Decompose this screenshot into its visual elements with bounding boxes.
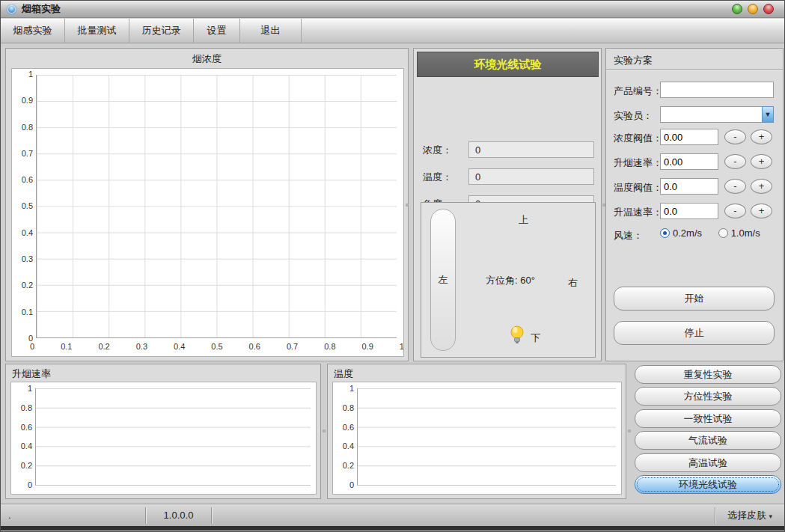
- plan-panel-title: 实验方案: [614, 54, 653, 67]
- window-close-button[interactable]: [763, 4, 774, 14]
- azimuth-panel: 左 上 方位角: 60° 右 下: [421, 202, 596, 358]
- concentration-value: 0: [468, 141, 594, 158]
- plan-title-divider: [606, 69, 783, 70]
- product-number-input[interactable]: [660, 82, 774, 98]
- axis-tick-label: 0.4: [343, 442, 354, 450]
- right-direction-label: 右: [568, 276, 578, 290]
- window-minimize-button[interactable]: [732, 4, 742, 14]
- concentration-threshold-input[interactable]: [660, 129, 718, 145]
- axis-tick-label: 1: [28, 385, 32, 393]
- axis-tick-label: 0.3: [136, 343, 147, 353]
- start-button[interactable]: 开始: [614, 287, 775, 311]
- axis-tick-label: 0.8: [22, 123, 33, 132]
- light-bulb-icon: [510, 325, 525, 345]
- wind-speed-radio-0-2[interactable]: [660, 228, 670, 238]
- axis-tick-label: 0.2: [21, 462, 32, 470]
- concentration-threshold-minus-button[interactable]: -: [724, 129, 746, 144]
- axis-tick-label: 0.4: [22, 229, 33, 237]
- smoke-rise-rate-group: 升烟速率 10.80.60.40.20: [5, 364, 321, 499]
- smoke-rise-rate-plus-button[interactable]: +: [751, 154, 772, 169]
- smoke-chart-y-axis: 10.90.80.70.60.50.40.30.20.10: [13, 70, 33, 343]
- status-bar: . 1.0.0.0 选择皮肤 ▾: [1, 504, 784, 526]
- axis-tick-label: 0: [349, 481, 354, 489]
- smoke-rise-rate-label: 升烟速率：: [614, 156, 662, 170]
- window-title: 烟箱实验: [22, 2, 61, 16]
- splitter-grip[interactable]: [406, 204, 409, 207]
- test-button-high-temperature[interactable]: 高温试验: [635, 453, 781, 472]
- window-maximize-button[interactable]: [748, 4, 758, 14]
- test-button-repeatability[interactable]: 重复性实验: [635, 365, 781, 384]
- menu-item-exit[interactable]: 退出: [240, 19, 302, 43]
- axis-tick-label: 0.7: [287, 343, 298, 353]
- azimuth-value: 方位角: 60°: [486, 274, 535, 287]
- axis-tick-label: 0.6: [249, 343, 260, 353]
- caret-down-icon: ▾: [769, 513, 773, 520]
- temp-rise-rate-minus-button[interactable]: -: [724, 204, 746, 218]
- menu-item-settings[interactable]: 设置: [194, 19, 240, 43]
- temperature-threshold-plus-button[interactable]: +: [751, 179, 772, 194]
- skin-selector-button[interactable]: 选择皮肤 ▾: [715, 509, 784, 522]
- temperature-value: 0: [468, 168, 594, 185]
- splitter-grip[interactable]: [628, 429, 631, 432]
- temperature-threshold-input[interactable]: [660, 178, 718, 195]
- smoke-rise-rate-input[interactable]: [660, 153, 718, 170]
- window-bottom-edge: [1, 526, 784, 531]
- wind-speed-label: 风速：: [614, 229, 643, 242]
- smoke-rise-rate-chart: 10.80.60.40.20: [10, 382, 317, 495]
- tester-dropdown-button[interactable]: ▼: [762, 106, 774, 123]
- axis-tick-label: 0.6: [22, 176, 33, 184]
- concentration-threshold-plus-button[interactable]: +: [751, 129, 772, 144]
- axis-tick-label: 1: [349, 385, 354, 393]
- status-divider: [211, 507, 212, 524]
- left-direction-button[interactable]: 左: [430, 209, 456, 351]
- test-mode-header: 环境光线试验: [417, 52, 599, 77]
- temperature-y-axis: 10.80.60.40.20: [335, 385, 354, 489]
- test-button-airflow[interactable]: 气流试验: [635, 431, 781, 450]
- axis-tick-label: 0.1: [22, 308, 33, 317]
- smoke-rise-rate-minus-button[interactable]: -: [724, 154, 746, 169]
- temperature-threshold-minus-button[interactable]: -: [724, 179, 746, 194]
- down-direction-label: 下: [531, 331, 540, 345]
- temp-rise-rate-plus-button[interactable]: +: [751, 204, 772, 218]
- axis-tick-label: 1: [400, 343, 404, 353]
- test-button-ambient-light[interactable]: 环境光线试验: [635, 475, 781, 494]
- up-direction-label: 上: [519, 213, 528, 227]
- wind-speed-option-1-0-label: 1.0m/s: [731, 227, 760, 239]
- app-window: 烟箱实验 烟感实验 批量测试 历史记录 设置 退出 烟浓度 10.90.80.7…: [0, 0, 785, 532]
- smoke-rise-rate-y-axis: 10.80.60.40.20: [13, 385, 32, 489]
- monitor-panel: 环境光线试验 浓度： 0 温度： 0 角度： 0 结果： 合格 左 上 方位角:…: [413, 48, 602, 361]
- left-direction-label: 左: [439, 273, 448, 287]
- tester-label: 实验员：: [614, 109, 653, 123]
- axis-tick-label: 1: [28, 70, 33, 79]
- menu-item-history[interactable]: 历史记录: [129, 19, 194, 43]
- axis-tick-label: 0.1: [61, 343, 72, 353]
- temperature-label: 温度：: [423, 171, 452, 184]
- axis-tick-label: 0.7: [22, 150, 33, 158]
- title-bar[interactable]: 烟箱实验: [1, 1, 784, 18]
- stop-button[interactable]: 停止: [614, 321, 775, 345]
- splitter-grip[interactable]: [323, 429, 326, 432]
- axis-tick-label: 0.9: [362, 343, 373, 353]
- app-icon: [7, 4, 16, 14]
- menu-item-batch-test[interactable]: 批量测试: [65, 19, 129, 43]
- menu-bar: 烟感实验 批量测试 历史记录 设置 退出: [1, 19, 784, 43]
- concentration-label: 浓度：: [423, 144, 452, 157]
- temperature-chart-title: 温度: [334, 367, 353, 381]
- temp-rise-rate-input[interactable]: [660, 203, 718, 219]
- wind-speed-radio-1-0[interactable]: [718, 228, 728, 238]
- temp-rise-rate-label: 升温速率：: [614, 206, 662, 219]
- smoke-concentration-chart-title: 烟浓度: [6, 52, 408, 66]
- status-left-text: .: [1, 510, 145, 521]
- temperature-plot: [357, 388, 616, 486]
- tester-select[interactable]: [660, 106, 762, 123]
- axis-tick-label: 0.2: [22, 281, 33, 290]
- axis-tick-label: 0.5: [211, 343, 222, 353]
- smoke-chart-x-axis: 00.10.20.30.40.50.60.70.80.91: [30, 343, 404, 353]
- axis-tick-label: 0.5: [22, 202, 33, 210]
- test-button-consistency[interactable]: 一致性试验: [635, 409, 781, 428]
- smoke-concentration-chart: 10.90.80.70.60.50.40.30.20.10 00.10.20.3…: [11, 68, 404, 357]
- test-button-azimuth[interactable]: 方位性实验: [635, 387, 781, 406]
- temperature-group: 温度 10.80.60.40.20: [327, 364, 626, 499]
- menu-item-smoke-experiment[interactable]: 烟感实验: [1, 19, 65, 43]
- splitter-grip[interactable]: [602, 204, 605, 207]
